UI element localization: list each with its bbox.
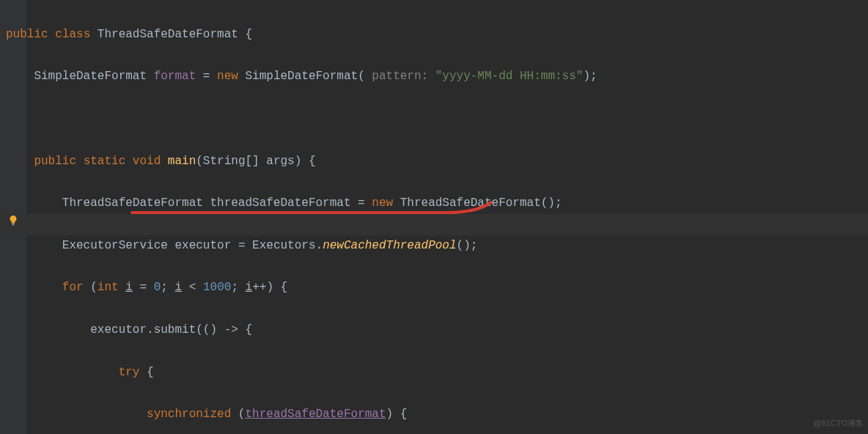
ctor: SimpleDateFormat — [246, 70, 358, 83]
svg-rect-0 — [12, 224, 15, 224]
code-line[interactable]: SimpleDateFormat format = new SimpleDate… — [6, 66, 868, 87]
keyword-synchronized: synchronized — [147, 408, 231, 421]
code-line[interactable]: synchronized (threadSafeDateFormat) { — [6, 404, 868, 425]
svg-rect-1 — [12, 225, 15, 226]
static-method: newCachedThreadPool — [323, 239, 456, 252]
code-line[interactable]: public static void main(String[] args) { — [6, 151, 868, 172]
keyword-new: new — [217, 70, 238, 83]
class-name: ThreadSafeDateFormat — [98, 28, 238, 41]
code-line[interactable]: try { — [6, 362, 868, 383]
type-name: SimpleDateFormat — [34, 70, 147, 83]
code-line[interactable]: ExecutorService executor = Executors.new… — [6, 235, 868, 257]
brace: { — [245, 28, 252, 41]
code-line[interactable]: for (int i = 0; i < 1000; i++) { — [6, 277, 868, 298]
keyword-class: class — [55, 28, 90, 41]
intention-bulb-icon[interactable] — [7, 215, 19, 227]
code-line[interactable]: public class ThreadSafeDateFormat { — [6, 24, 868, 45]
field-name: format — [154, 70, 196, 83]
code-line[interactable]: executor.submit(() -> { — [6, 320, 868, 341]
string-literal: "yyyy-MM-dd HH:mm:ss" — [435, 70, 584, 83]
keyword-public: public — [6, 28, 48, 41]
captured-var-ref: threadSafeDateFormat — [245, 408, 386, 421]
param-hint: pattern: — [372, 70, 428, 83]
method-name: main — [168, 155, 196, 168]
blank-line[interactable] — [6, 108, 868, 130]
code-line[interactable]: ThreadSafeDateFormat threadSafeDateForma… — [6, 193, 868, 214]
code-editor[interactable]: public class ThreadSafeDateFormat { Simp… — [0, 0, 868, 434]
